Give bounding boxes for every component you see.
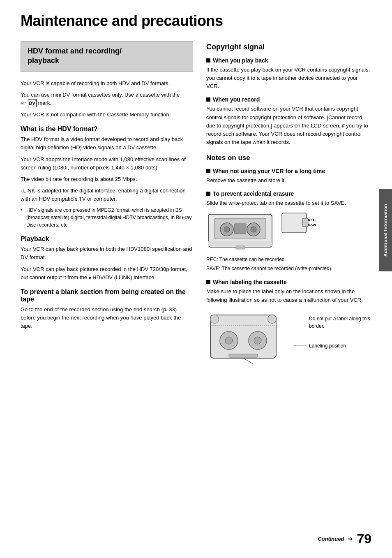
- bullet-icon: [206, 58, 210, 63]
- notes-on-use-heading: Notes on use: [206, 154, 371, 162]
- svg-point-3: [224, 227, 230, 232]
- hdv-box-title: HDV format and recording/playback: [28, 46, 186, 66]
- label-note-text: Do not put a label along this border.: [309, 315, 371, 330]
- copyright-signal-heading: Copyright signal: [206, 43, 371, 51]
- label-cassette-svg: [206, 311, 286, 364]
- intro-p2: You can use mini DV format cassettes onl…: [21, 91, 193, 107]
- bullet-icon-3: [206, 169, 210, 173]
- intro-p1: Your VCR is capable of recording in both…: [21, 79, 193, 88]
- label-cassette-illustration: [206, 311, 286, 366]
- page-title: Maintenance and precautions: [21, 12, 371, 30]
- prevent-erasure-heading: To prevent accidental erasure: [206, 190, 371, 197]
- when-you-record-text: You cannot record software on your VCR t…: [206, 105, 371, 146]
- label-position-text: Labeling position: [309, 342, 346, 350]
- ilink-icon: [89, 274, 91, 280]
- hdv-p3: The video bit rate for recording is abou…: [21, 175, 193, 183]
- save-label: SAVE: The cassette cannot be recorded (w…: [206, 265, 332, 272]
- when-labeling-text: Make sure to place the label only on the…: [206, 287, 371, 304]
- prevent-blank-heading: To prevent a blank section from being cr…: [21, 288, 193, 303]
- svg-point-5: [251, 227, 256, 232]
- bullet-icon-5: [206, 280, 210, 284]
- cassette-tape-svg: [206, 212, 276, 251]
- sidebar-tab: Additional Information: [379, 189, 392, 271]
- svg-point-18: [225, 337, 233, 344]
- rec-label: REC: The cassette can be recorded.: [206, 256, 332, 263]
- left-column: HDV format and recording/playback Your V…: [21, 41, 193, 369]
- svg-rect-7: [208, 241, 272, 246]
- page: Maintenance and precautions HDV format a…: [0, 0, 392, 558]
- bullet-icon-2: [206, 97, 210, 102]
- cassette-labels-text: REC: The cassette can be recorded. SAVE:…: [206, 256, 371, 272]
- svg-rect-21: [229, 354, 258, 357]
- hdv-p2: Your VCR adopts the Interlace mode with …: [21, 155, 193, 172]
- svg-point-20: [254, 337, 261, 344]
- when-labeling-heading: When labeling the cassette: [206, 279, 371, 285]
- when-play-back-text: If the cassette you play back on your VC…: [206, 66, 371, 90]
- continued-text: Continued: [318, 536, 344, 542]
- rec-save-svg: REC → SAVE →: [281, 212, 316, 235]
- svg-rect-23: [268, 315, 276, 323]
- cassette-label-block: REC: The cassette can be recorded. SAVE:…: [206, 256, 332, 272]
- svg-line-24: [243, 358, 260, 364]
- hdv-box: HDV format and recording/playback: [21, 41, 193, 72]
- when-not-using-text: Remove the cassette and store it.: [206, 176, 371, 185]
- label-notes: ——— Do not put a label along this border…: [293, 311, 371, 350]
- dv-logo: DV: [28, 100, 37, 107]
- playback-p2: Your VCR can play back pictures recorded…: [21, 265, 193, 282]
- svg-rect-15: [210, 315, 276, 358]
- when-not-using-heading: When not using your VCR for a long time: [206, 168, 371, 174]
- bullet-icon-4: [206, 192, 210, 196]
- intro-p3: Your VCR is not compatible with the Cass…: [21, 111, 193, 119]
- page-number: 79: [357, 531, 371, 546]
- when-play-back-heading: When you play back: [206, 57, 371, 64]
- playback-p1: Your VCR can play back pictures in both …: [21, 245, 193, 262]
- label-diagram-area: ——— Do not put a label along this border…: [206, 311, 371, 366]
- hdv-p4: i.LINK is adopted for the digital interf…: [21, 187, 193, 203]
- when-you-record-heading: When you record: [206, 96, 371, 103]
- svg-rect-6: [234, 224, 246, 234]
- prevent-erasure-text: Slide the write-protect tab on the casse…: [206, 199, 371, 207]
- svg-rect-22: [210, 315, 219, 323]
- two-column-layout: HDV format and recording/playback Your V…: [21, 41, 371, 369]
- right-column: Copyright signal When you play back If t…: [206, 41, 371, 369]
- cassette-diagram-area: REC → SAVE →: [206, 212, 371, 252]
- svg-rect-8: [236, 246, 245, 249]
- cassette-tape-illustration: [206, 212, 276, 252]
- hdv-p1: The HDV format is a video format develop…: [21, 135, 193, 152]
- prevent-blank-text: Go to the end of the recorded section us…: [21, 306, 193, 330]
- continued-arrow: ➔: [348, 536, 353, 542]
- footer: Continued ➔ 79: [21, 531, 371, 546]
- svg-text:→: →: [307, 218, 311, 222]
- what-is-hdv-heading: What is the HDV format?: [21, 125, 193, 133]
- svg-text:→: →: [307, 223, 311, 227]
- hdv-bullet: HDV signals are compressed in MPEG2 form…: [21, 206, 193, 229]
- rec-save-illustration: REC → SAVE →: [281, 212, 316, 236]
- mini-dv-mark: MiniDV: [21, 100, 37, 107]
- playback-heading: Playback: [21, 235, 193, 243]
